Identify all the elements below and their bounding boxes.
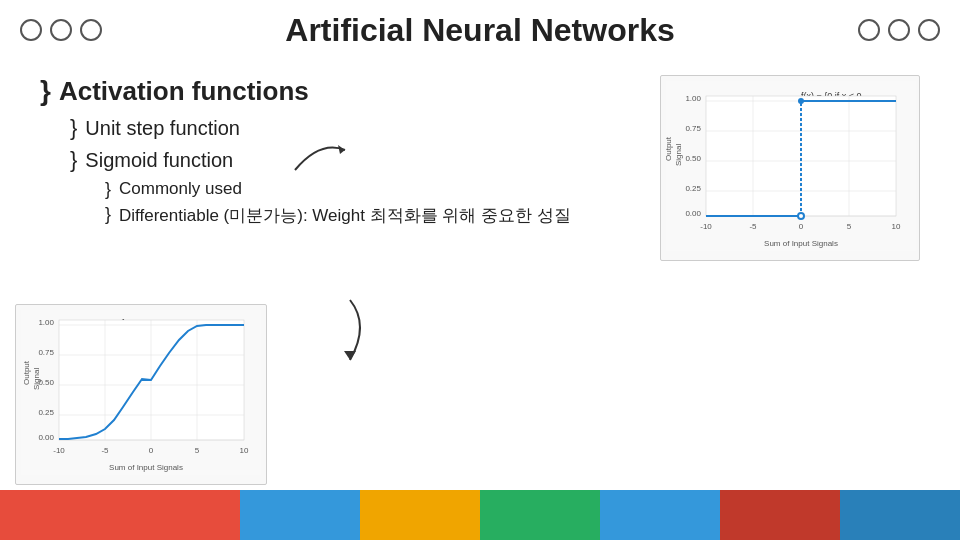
sub-bullet-1: } Unit step function [70, 115, 640, 141]
svg-text:5: 5 [847, 222, 852, 231]
header: Artificial Neural Networks [0, 0, 960, 60]
svg-point-26 [798, 213, 804, 219]
sigmoid-svg: f(x) = 1 1 + e -x 1.00 0.75 0.50 0.25 0.… [21, 310, 261, 475]
circle-2 [50, 19, 72, 41]
svg-text:Output: Output [22, 360, 31, 385]
circle-6 [918, 19, 940, 41]
circle-3 [80, 19, 102, 41]
circle-4 [858, 19, 880, 41]
footer-block-7 [720, 490, 840, 540]
svg-point-25 [798, 98, 804, 104]
svg-text:Signal: Signal [674, 144, 683, 166]
svg-text:Sum of Input Signals: Sum of Input Signals [764, 239, 838, 248]
circle-5 [888, 19, 910, 41]
step-function-svg: f(x) = {0 if x < 0 {1 if x ≥ 0 1.00 0.75… [666, 81, 916, 251]
brace-icon-sub-sub1: } [105, 179, 111, 200]
svg-text:10: 10 [892, 222, 901, 231]
svg-text:Sum of Input Signals: Sum of Input Signals [109, 463, 183, 472]
commonly-used-label: Commonly used [119, 179, 242, 199]
svg-text:Signal: Signal [32, 368, 41, 390]
step-function-chart: f(x) = {0 if x < 0 {1 if x ≥ 0 1.00 0.75… [660, 75, 920, 261]
svg-text:-5: -5 [749, 222, 757, 231]
page-title: Artificial Neural Networks [285, 12, 674, 49]
step-function-chart-container: f(x) = {0 if x < 0 {1 if x ≥ 0 1.00 0.75… [660, 75, 920, 480]
footer-block-3 [240, 490, 360, 540]
svg-text:-10: -10 [700, 222, 712, 231]
svg-text:0.25: 0.25 [685, 184, 701, 193]
svg-text:0.25: 0.25 [38, 408, 54, 417]
main-bullet: } Activation functions [40, 75, 640, 107]
svg-text:0.00: 0.00 [38, 433, 54, 442]
footer [0, 490, 960, 540]
sigmoid-label: Sigmoid function [85, 149, 233, 172]
footer-block-8 [840, 490, 960, 540]
brace-icon-main: } [40, 75, 51, 107]
svg-text:0: 0 [149, 446, 154, 455]
svg-text:10: 10 [240, 446, 249, 455]
circle-1 [20, 19, 42, 41]
svg-text:1.00: 1.00 [38, 318, 54, 327]
footer-block-2 [120, 490, 240, 540]
svg-text:0.50: 0.50 [685, 154, 701, 163]
footer-block-6 [600, 490, 720, 540]
brace-icon-sub-sub2: } [105, 204, 111, 225]
svg-text:1.00: 1.00 [685, 94, 701, 103]
svg-text:-10: -10 [53, 446, 65, 455]
brace-icon-sub2: } [70, 147, 77, 173]
sigmoid-chart: f(x) = 1 1 + e -x 1.00 0.75 0.50 0.25 0.… [15, 304, 267, 485]
svg-text:0.00: 0.00 [685, 209, 701, 218]
unit-step-label: Unit step function [85, 117, 240, 140]
circles-left [20, 19, 102, 41]
differentiable-label: Differentiable (미분가능): Weight 최적화를 위해 중요… [119, 204, 571, 227]
svg-text:0.75: 0.75 [685, 124, 701, 133]
sub-sub-bullet-1: } Commonly used [105, 179, 640, 200]
sub-sub-bullet-2: } Differentiable (미분가능): Weight 최적화를 위해 … [105, 204, 640, 227]
svg-text:-5: -5 [101, 446, 109, 455]
svg-text:0: 0 [799, 222, 804, 231]
activation-functions-label: Activation functions [59, 76, 309, 107]
circles-right [858, 19, 940, 41]
sigmoid-chart-container: f(x) = 1 1 + e -x 1.00 0.75 0.50 0.25 0.… [15, 304, 267, 485]
svg-text:0.75: 0.75 [38, 348, 54, 357]
svg-text:Output: Output [666, 136, 673, 161]
footer-block-4 [360, 490, 480, 540]
footer-block-5 [480, 490, 600, 540]
sub-bullet-2: } Sigmoid function [70, 147, 640, 173]
footer-block-1 [0, 490, 120, 540]
svg-text:5: 5 [195, 446, 200, 455]
brace-icon-sub1: } [70, 115, 77, 141]
